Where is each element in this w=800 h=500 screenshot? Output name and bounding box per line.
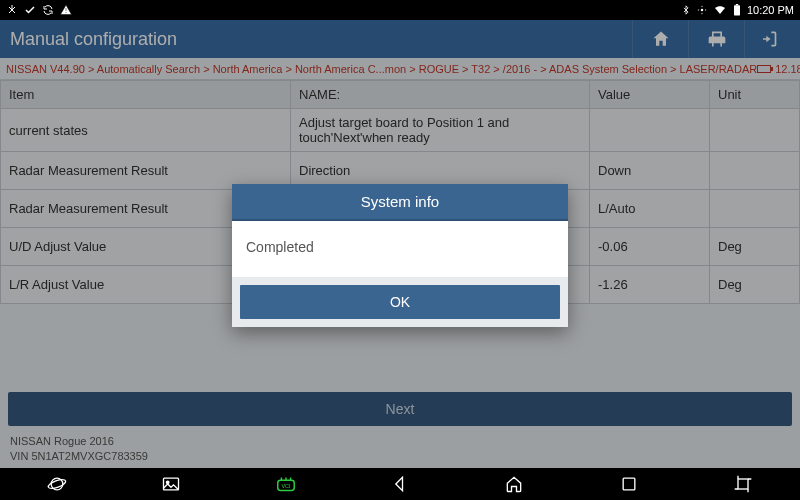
system-info-dialog: System info Completed OK: [232, 184, 568, 327]
android-nav-bar: VCI: [0, 468, 800, 500]
svg-rect-10: [738, 479, 748, 489]
wifi-icon: [713, 4, 727, 16]
check-icon: [24, 4, 36, 16]
home-outline-icon: [504, 474, 524, 494]
planet-icon: [47, 474, 67, 494]
crop-icon: [733, 474, 753, 494]
dialog-actions: OK: [232, 277, 568, 327]
location-icon: [697, 4, 707, 16]
svg-rect-1: [734, 5, 740, 15]
warning-icon: [60, 4, 72, 16]
dialog-message: Completed: [232, 221, 568, 277]
recent-icon: [619, 474, 639, 494]
dialog-title: System info: [232, 184, 568, 221]
sync-icon: [42, 4, 54, 16]
nav-browser-button[interactable]: [33, 468, 81, 500]
ok-label: OK: [390, 294, 410, 310]
nav-vci-button[interactable]: VCI: [262, 468, 310, 500]
nav-home-button[interactable]: [490, 468, 538, 500]
battery-icon: [733, 4, 741, 16]
android-status-bar: 10:20 PM: [0, 0, 800, 20]
image-icon: [161, 474, 181, 494]
ok-button[interactable]: OK: [240, 285, 560, 319]
svg-point-4: [47, 478, 67, 491]
nav-gallery-button[interactable]: [147, 468, 195, 500]
psi-icon: [6, 4, 18, 16]
back-icon: [390, 474, 410, 494]
status-left: [6, 4, 72, 16]
svg-rect-2: [736, 4, 738, 5]
status-right: 10:20 PM: [681, 4, 794, 16]
vci-icon: VCI: [275, 474, 297, 494]
svg-text:VCI: VCI: [281, 483, 291, 489]
svg-point-0: [701, 9, 704, 12]
nav-recent-button[interactable]: [605, 468, 653, 500]
nav-screenshot-button[interactable]: [719, 468, 767, 500]
svg-rect-9: [623, 478, 635, 490]
status-time: 10:20 PM: [747, 4, 794, 16]
bluetooth-icon: [681, 4, 691, 16]
app-window: Manual configuration NISSAN V44.90 > Aut…: [0, 20, 800, 468]
nav-back-button[interactable]: [376, 468, 424, 500]
